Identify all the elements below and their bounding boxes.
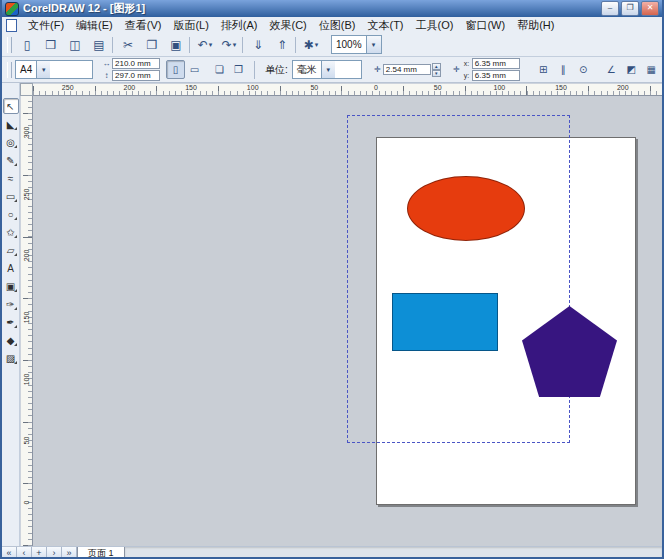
polygon-tool-icon: ✩	[6, 227, 14, 238]
redo-button[interactable]: ↷▾	[218, 34, 240, 56]
toolbar-buttons: ▯❒◫▤✂❐▣↶▾↷▾⇓⇑✱▾	[15, 34, 323, 56]
dropdown-arrow-icon[interactable]: ▾	[209, 41, 213, 49]
duplicate-x-field[interactable]: 6.35 mm	[472, 58, 520, 69]
text-tool[interactable]: A	[3, 260, 19, 276]
menu-item[interactable]: 文件(F)	[22, 18, 70, 33]
paper-height-icon: ↕	[101, 71, 112, 80]
portrait-button[interactable]: ▯	[166, 60, 185, 79]
titlebar-buttons: –❐✕	[601, 1, 659, 16]
ruler-label: 300	[23, 126, 30, 139]
vertical-ruler[interactable]: 300250200150100500	[20, 96, 33, 546]
outline-tool[interactable]: ✒	[3, 314, 19, 330]
minimize-button[interactable]: –	[601, 1, 619, 16]
chevron-down-icon[interactable]: ▾	[366, 36, 381, 53]
zoom-level-combobox[interactable]: 100% ▾	[331, 35, 382, 54]
menu-item[interactable]: 查看(V)	[119, 18, 168, 33]
coreldraw-app-icon	[5, 2, 19, 16]
import-button[interactable]: ⇓	[247, 34, 269, 56]
ruler-origin[interactable]	[20, 83, 33, 96]
horizontal-scrollbar-track[interactable]	[125, 547, 662, 559]
dynamic-guides-button[interactable]: ∠	[602, 60, 621, 79]
smart-drawing-tool[interactable]: ≈	[3, 170, 19, 186]
menu-item[interactable]: 效果(C)	[264, 18, 313, 33]
rectangle-tool[interactable]: ▭	[3, 188, 19, 204]
zoom-tool[interactable]: ◎	[3, 134, 19, 150]
interactive-blend-tool[interactable]: ▣	[3, 278, 19, 294]
chevron-down-icon[interactable]: ▾	[321, 61, 335, 78]
pick-tool[interactable]: ↖	[3, 98, 19, 114]
ruler-label: 250	[62, 84, 74, 91]
add-page-button[interactable]: +	[32, 547, 47, 559]
units-combobox[interactable]: 毫米 ▾	[292, 60, 362, 79]
menu-item[interactable]: 版面(L)	[167, 18, 214, 33]
ellipse-shape[interactable]	[407, 176, 525, 241]
units-value: 毫米	[297, 63, 317, 77]
export-button[interactable]: ⇑	[271, 34, 293, 56]
draw-complex-objects-button[interactable]: ▦	[642, 60, 661, 79]
rectangle-shape[interactable]	[392, 293, 498, 351]
ellipse-tool[interactable]: ○	[3, 206, 19, 222]
duplicate-y-field[interactable]: 6.35 mm	[472, 70, 520, 81]
copy-button[interactable]: ❐	[141, 34, 163, 56]
save-document-icon: ◫	[69, 38, 80, 52]
basic-shapes-tool[interactable]: ▱	[3, 242, 19, 258]
titlebar[interactable]: CorelDRAW 12 - [图形1] –❐✕	[2, 0, 662, 17]
nudge-offset-field[interactable]: 2.54 mm	[383, 64, 431, 75]
shape-tool[interactable]: ◣	[3, 116, 19, 132]
eyedropper-tool[interactable]: ✑	[3, 296, 19, 312]
snap-buttons-group: ⊞∥⊙∠◩▦	[534, 60, 661, 79]
paper-size-combobox[interactable]: A4 ▾	[15, 60, 93, 79]
interactive-fill-tool[interactable]: ▨	[3, 350, 19, 366]
dropdown-arrow-icon[interactable]: ▾	[233, 41, 237, 49]
propbar-grip[interactable]	[7, 62, 12, 78]
close-button[interactable]: ✕	[641, 1, 659, 16]
next-page-button[interactable]: ›	[47, 547, 62, 559]
first-page-icon: «	[6, 548, 11, 559]
nudge-offset-icon: ✛	[372, 65, 383, 74]
snap-to-objects-button[interactable]: ⊙	[574, 60, 593, 79]
redo-icon: ↷	[222, 38, 232, 52]
duplicate-x-label: x:	[464, 60, 472, 67]
toolbar-grip[interactable]	[7, 37, 12, 53]
paper-height-field[interactable]: 297.0 mm	[112, 70, 160, 81]
polygon-tool[interactable]: ✩	[3, 224, 19, 240]
spin-down-icon[interactable]: ▾	[432, 70, 441, 77]
paper-width-field[interactable]: 210.0 mm	[112, 58, 160, 69]
snap-to-guidelines-button[interactable]: ∥	[554, 60, 573, 79]
new-document-button[interactable]: ▯	[16, 34, 38, 56]
menu-item[interactable]: 排列(A)	[215, 18, 264, 33]
spin-up-icon[interactable]: ▴	[432, 63, 441, 70]
menu-item[interactable]: 工具(O)	[410, 18, 460, 33]
drawing-canvas[interactable]	[33, 96, 664, 546]
standard-toolbar: ▯❒◫▤✂❐▣↶▾↷▾⇓⇑✱▾ 100% ▾	[2, 33, 662, 57]
menu-item[interactable]: 帮助(H)	[511, 18, 560, 33]
print-button[interactable]: ▤	[88, 34, 110, 56]
set-default-all-pages-button[interactable]: ❏	[210, 60, 229, 79]
draw-complex-objects-icon: ▦	[647, 64, 656, 75]
fill-tool[interactable]: ◆	[3, 332, 19, 348]
application-launcher-button[interactable]: ✱▾	[300, 34, 322, 56]
landscape-button[interactable]: ▭	[185, 60, 204, 79]
snap-to-grid-button[interactable]: ⊞	[534, 60, 553, 79]
paste-button[interactable]: ▣	[165, 34, 187, 56]
maximize-button[interactable]: ❐	[621, 1, 639, 16]
horizontal-ruler[interactable]: 25020015010050050100150200	[33, 83, 664, 96]
open-document-button[interactable]: ❒	[40, 34, 62, 56]
prev-page-button[interactable]: ‹	[17, 547, 32, 559]
menu-item[interactable]: 窗口(W)	[459, 18, 511, 33]
save-document-button[interactable]: ◫	[64, 34, 86, 56]
page-tab[interactable]: 页面 1	[77, 547, 125, 559]
cut-button[interactable]: ✂	[117, 34, 139, 56]
treat-as-filled-button[interactable]: ◩	[622, 60, 641, 79]
menu-item[interactable]: 位图(B)	[313, 18, 362, 33]
freehand-tool[interactable]: ✎	[3, 152, 19, 168]
last-page-button[interactable]: »	[62, 547, 77, 559]
chevron-down-icon[interactable]: ▾	[36, 61, 50, 78]
first-page-button[interactable]: «	[2, 547, 17, 559]
ruler-label: 150	[555, 84, 567, 91]
menu-item[interactable]: 文本(T)	[361, 18, 409, 33]
dropdown-arrow-icon[interactable]: ▾	[315, 41, 319, 49]
set-default-current-page-button[interactable]: ❐	[229, 60, 248, 79]
menu-item[interactable]: 编辑(E)	[70, 18, 119, 33]
undo-button[interactable]: ↶▾	[194, 34, 216, 56]
